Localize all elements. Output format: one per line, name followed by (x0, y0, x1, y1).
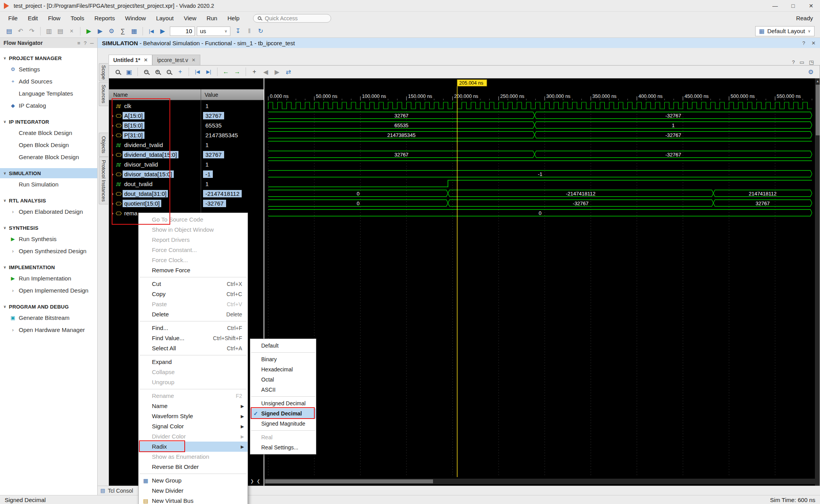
side-tab-protocol-instances[interactable]: Protocol Instances (99, 157, 108, 204)
goto-start-icon[interactable]: |◀ (192, 67, 203, 77)
flownav-item-open-elaborated-design[interactable]: ›Open Elaborated Design (0, 206, 97, 218)
flownav-item-open-implemented-design[interactable]: ›Open Implemented Design (0, 284, 97, 296)
context-menu-item-cut[interactable]: CutCtrl+X (139, 279, 248, 289)
find-icon[interactable] (112, 67, 123, 77)
collapse-icon[interactable]: ─ (90, 40, 94, 46)
menu-tools[interactable]: Tools (66, 15, 89, 21)
tab-untitled-1[interactable]: Untitled 1* ✕ (109, 55, 152, 65)
signal-row-dividend-tvalid[interactable]: dividend_tvalid (109, 140, 201, 150)
flownav-item-open-hardware-manager[interactable]: ›Open Hardware Manager (0, 324, 97, 336)
signal-row-dividend-tdata-15-0[interactable]: ›dividend_tdata[15:0] (109, 150, 201, 160)
run-all-icon[interactable]: ▶ (157, 26, 168, 36)
zoom-in-icon[interactable] (152, 67, 163, 77)
context-menu-item-expand[interactable]: Expand (139, 357, 248, 367)
signal-row-dout-tvalid[interactable]: dout_tvalid (109, 179, 201, 189)
maximize-icon[interactable]: □ (784, 0, 802, 12)
splitter-arrows[interactable]: ❯❮ (250, 479, 260, 484)
context-menu-item-find[interactable]: Find...Ctrl+F (139, 323, 248, 333)
flownav-item-open-synthesized-design[interactable]: ›Open Synthesized Design (0, 245, 97, 257)
context-menu-item-remove-force[interactable]: Remove Force (139, 265, 248, 275)
context-menu-item-copy[interactable]: CopyCtrl+C (139, 289, 248, 299)
signal-row-divisor-tdata-15-0[interactable]: ›divisor_tdata[15:0] (109, 169, 201, 179)
next-marker-icon[interactable]: ▶ (272, 67, 282, 77)
radix-option-binary[interactable]: Binary (250, 354, 316, 364)
menu-window[interactable]: Window (120, 15, 151, 21)
pause-icon[interactable]: ‖ (244, 26, 255, 36)
context-menu-item-new-divider[interactable]: New Divider (139, 486, 248, 496)
menu-reports[interactable]: Reports (89, 15, 120, 21)
close-tab-icon[interactable]: ✕ (192, 57, 196, 63)
context-menu-item-new-virtual-bus[interactable]: ▤New Virtual Bus (139, 496, 248, 504)
flownav-section-program-and-debug[interactable]: ∨PROGRAM AND DEBUG (0, 302, 97, 312)
dock-icon[interactable]: ≡ (77, 40, 80, 46)
sum-icon[interactable]: ∑ (118, 26, 128, 36)
side-tab-objects[interactable]: Objects (99, 133, 108, 157)
radix-option-signed-magnitude[interactable]: Signed Magnitude (250, 419, 316, 429)
flownav-section-project-manager[interactable]: ∨PROJECT MANAGER (0, 53, 97, 63)
expander-icon[interactable]: › (111, 171, 115, 177)
run-for-time-icon[interactable]: ↧ (233, 26, 243, 36)
signal-value-row-b-15-0[interactable]: 65535 (201, 121, 264, 130)
context-menu-item-select-all[interactable]: Select AllCtrl+A (139, 343, 248, 353)
signal-value-row-clk[interactable]: 1 (201, 101, 264, 111)
signal-value-row-divisor-tvalid[interactable]: 1 (201, 160, 264, 169)
horizontal-scrollbar[interactable] (264, 479, 815, 484)
signal-value-row-dividend-tdata-15-0[interactable]: 32767 (201, 150, 264, 160)
radix-option-default[interactable]: Default (250, 341, 316, 351)
help-icon[interactable]: ? (84, 40, 87, 46)
tcl-console-tab[interactable]: Tcl Consol (108, 488, 133, 494)
menu-layout[interactable]: Layout (151, 15, 179, 21)
signal-value-row-dout-tdata-31-0[interactable]: -2147418112 (201, 189, 264, 199)
context-menu-item-new-group[interactable]: ▦New Group (139, 476, 248, 486)
radix-option-octal[interactable]: Octal (250, 374, 316, 385)
next-transition-icon[interactable]: → (232, 67, 242, 77)
context-menu-item-signal-color[interactable]: Signal Color▶ (139, 421, 248, 431)
signal-value-row-divisor-tdata-15-0[interactable]: -1 (201, 169, 264, 179)
redo-icon[interactable]: ↷ (27, 26, 37, 36)
side-tab-sources[interactable]: Sources (99, 82, 108, 106)
expander-icon[interactable]: › (111, 113, 115, 119)
close-icon[interactable]: ✕ (802, 0, 820, 12)
flownav-section-rtl-analysis[interactable]: ∨RTL ANALYSIS (0, 195, 97, 206)
signal-row-p-31-0[interactable]: ›P[31:0] (109, 130, 201, 140)
scrollbar-thumb[interactable] (265, 479, 433, 483)
prev-transition-icon[interactable]: ← (221, 67, 231, 77)
flownav-item-run-implementation[interactable]: ▶Run Implementation (0, 272, 97, 284)
prev-marker-icon[interactable]: ◀ (260, 67, 271, 77)
radix-option-unsigned-decimal[interactable]: Unsigned Decimal (250, 398, 316, 408)
layout-select[interactable]: ▦ Default Layout ∨ (755, 26, 815, 36)
flownav-item-add-sources[interactable]: +Add Sources (0, 75, 97, 87)
expander-icon[interactable]: › (111, 210, 115, 216)
signal-value-row-quotient-15-0[interactable]: -32767 (201, 199, 264, 208)
zoom-fit-icon[interactable] (164, 67, 174, 77)
simulation-time-input[interactable] (170, 27, 195, 36)
signal-value-row-dout-tvalid[interactable]: 1 (201, 179, 264, 189)
quick-access-search[interactable]: Quick Access (253, 14, 331, 23)
wave-settings-gear-icon[interactable]: ⚙ (806, 67, 816, 77)
zoom-to-cursor-icon[interactable]: + (175, 67, 185, 77)
flownav-item-settings[interactable]: ⚙Settings (0, 63, 97, 75)
radix-option-ascii[interactable]: ASCII (250, 385, 316, 395)
signal-row-dout-tdata-31-0[interactable]: ›dout_tdata[31:0] (109, 189, 201, 199)
zoom-out-icon[interactable] (141, 67, 152, 77)
save-icon[interactable]: ▣ (124, 67, 134, 77)
tab-ipcore-test-v[interactable]: ipcore_test.v ✕ (152, 55, 200, 65)
flownav-section-simulation[interactable]: ∨SIMULATION (0, 168, 97, 178)
context-menu-item-name[interactable]: Name▶ (139, 401, 248, 411)
flownav-item-generate-bitstream[interactable]: ▣Generate Bitstream (0, 312, 97, 324)
copy-icon[interactable]: ▥ (44, 26, 54, 36)
radix-option-real-settings[interactable]: Real Settings... (250, 442, 316, 453)
paste-icon[interactable]: ▤ (55, 26, 66, 36)
expander-icon[interactable]: › (111, 152, 115, 158)
help-icon[interactable]: ? (802, 40, 805, 46)
open-project-icon[interactable]: ▤ (4, 26, 14, 36)
flownav-item-run-simulation[interactable]: Run Simulation (0, 178, 97, 190)
undo-icon[interactable]: ↶ (15, 26, 26, 36)
expander-icon[interactable]: › (111, 191, 115, 197)
menu-run[interactable]: Run (201, 15, 223, 21)
menu-help[interactable]: Help (222, 15, 244, 21)
close-icon[interactable]: ✕ (811, 40, 816, 46)
menu-view[interactable]: View (179, 15, 201, 21)
menu-file[interactable]: File (3, 15, 23, 21)
float-window-icon[interactable]: ▭ (799, 59, 804, 65)
